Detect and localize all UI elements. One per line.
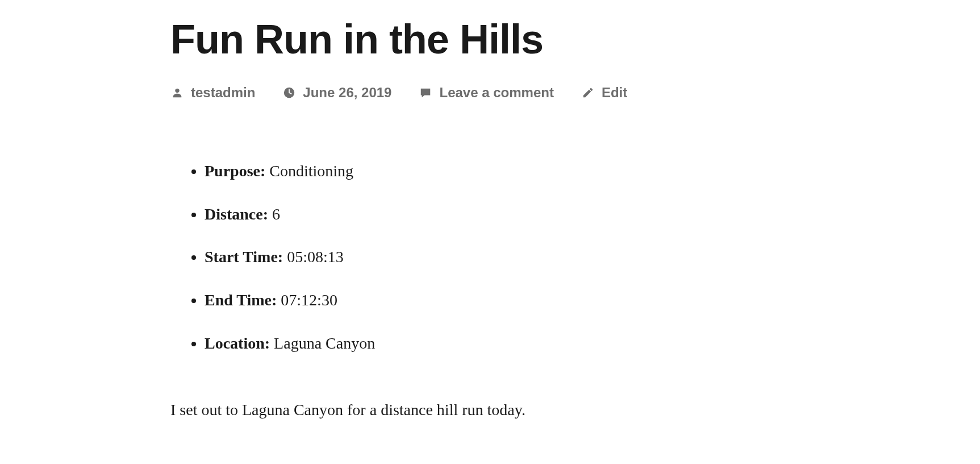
author-meta: testadmin bbox=[170, 85, 255, 101]
purpose-label: Purpose: bbox=[205, 162, 265, 180]
post-meta: testadmin June 26, 2019 Leave a comment bbox=[170, 85, 795, 101]
comment-meta: Leave a comment bbox=[419, 85, 553, 101]
date-meta: June 26, 2019 bbox=[282, 85, 391, 101]
end-time-label: End Time: bbox=[205, 291, 277, 309]
location-label: Location: bbox=[205, 334, 270, 352]
list-item: Start Time: 05:08:13 bbox=[205, 243, 795, 271]
purpose-value: Conditioning bbox=[269, 162, 353, 180]
edit-meta: Edit bbox=[581, 85, 627, 101]
location-value: Laguna Canyon bbox=[274, 334, 375, 352]
list-item: End Time: 07:12:30 bbox=[205, 287, 795, 314]
list-item: Location: Laguna Canyon bbox=[205, 330, 795, 357]
start-time-value: 05:08:13 bbox=[287, 248, 344, 266]
list-item: Distance: 6 bbox=[205, 201, 795, 228]
distance-value: 6 bbox=[272, 205, 280, 223]
clock-icon bbox=[282, 86, 296, 100]
author-link[interactable]: testadmin bbox=[191, 85, 255, 101]
comment-icon bbox=[419, 86, 432, 100]
distance-label: Distance: bbox=[205, 205, 268, 223]
start-time-label: Start Time: bbox=[205, 248, 283, 266]
date-link[interactable]: June 26, 2019 bbox=[303, 85, 391, 101]
post-content: Purpose: Conditioning Distance: 6 Start … bbox=[170, 158, 795, 424]
post-title: Fun Run in the Hills bbox=[170, 17, 795, 62]
edit-link[interactable]: Edit bbox=[602, 85, 627, 101]
post-paragraph: I set out to Laguna Canyon for a distanc… bbox=[170, 396, 795, 424]
person-icon bbox=[170, 86, 184, 100]
svg-point-0 bbox=[175, 89, 179, 93]
comment-link[interactable]: Leave a comment bbox=[439, 85, 553, 101]
detail-list: Purpose: Conditioning Distance: 6 Start … bbox=[170, 158, 795, 357]
list-item: Purpose: Conditioning bbox=[205, 158, 795, 185]
end-time-value: 07:12:30 bbox=[281, 291, 337, 309]
pencil-icon bbox=[581, 86, 595, 100]
